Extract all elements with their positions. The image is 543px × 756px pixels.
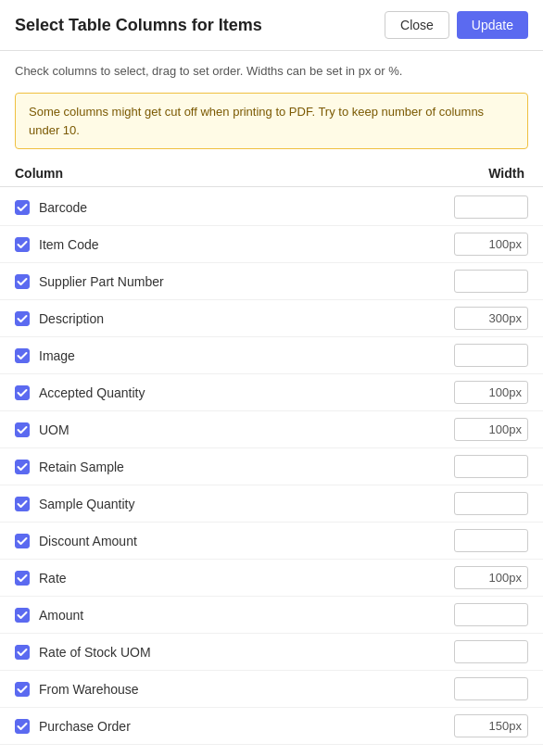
column-left-supplier-part-number: Supplier Part Number — [15, 274, 164, 289]
checkbox-retain-sample[interactable] — [15, 460, 30, 474]
width-input-retain-sample[interactable] — [454, 455, 528, 478]
header-actions: Close Update — [385, 11, 528, 39]
checkbox-from-warehouse[interactable] — [15, 682, 30, 697]
close-button[interactable]: Close — [385, 11, 449, 39]
width-header-label: Width — [488, 166, 528, 181]
width-input-from-warehouse[interactable] — [454, 677, 528, 700]
column-left-from-warehouse: From Warehouse — [15, 682, 139, 697]
checkbox-supplier-part-number[interactable] — [15, 274, 30, 289]
column-left-sample-quantity: Sample Quantity — [15, 497, 135, 511]
table-row: Description — [0, 300, 543, 337]
checkbox-barcode[interactable] — [15, 200, 30, 215]
width-input-amount[interactable] — [454, 603, 528, 626]
column-header-label: Column — [15, 166, 63, 181]
checkbox-rate-of-stock-uom[interactable] — [15, 645, 30, 660]
columns-header: Column Width — [0, 160, 543, 187]
dialog-title: Select Table Columns for Items — [15, 16, 262, 35]
width-input-discount-amount[interactable] — [454, 529, 528, 552]
table-row: Supplier Part Number — [0, 263, 543, 300]
column-name-sample-quantity: Sample Quantity — [39, 497, 135, 511]
column-name-discount-amount: Discount Amount — [39, 534, 137, 548]
width-input-item-code[interactable] — [454, 233, 528, 256]
column-left-amount: Amount — [15, 608, 83, 623]
column-name-amount: Amount — [39, 608, 83, 623]
dialog-header: Select Table Columns for Items Close Upd… — [0, 0, 543, 51]
width-input-uom[interactable] — [454, 418, 528, 441]
table-row: Accepted Quantity — [0, 374, 543, 411]
checkbox-discount-amount[interactable] — [15, 534, 30, 548]
column-name-supplier-part-number: Supplier Part Number — [39, 274, 164, 289]
checkbox-accepted-quantity[interactable] — [15, 385, 30, 400]
width-input-supplier-part-number[interactable] — [454, 270, 528, 293]
column-name-purchase-order: Purchase Order — [39, 719, 131, 734]
column-left-uom: UOM — [15, 422, 69, 437]
column-name-retain-sample: Retain Sample — [39, 460, 124, 474]
checkbox-amount[interactable] — [15, 608, 30, 623]
warning-box: Some columns might get cut off when prin… — [15, 93, 528, 149]
column-left-rate: Rate — [15, 571, 67, 586]
hint-text: Check columns to select, drag to set ord… — [0, 51, 543, 85]
table-row: Purchase Order — [0, 708, 543, 745]
table-row: Amount — [0, 597, 543, 634]
table-row: Rate — [0, 560, 543, 597]
checkbox-purchase-order[interactable] — [15, 719, 30, 734]
column-name-barcode: Barcode — [39, 200, 87, 215]
width-input-sample-quantity[interactable] — [454, 492, 528, 515]
width-input-rate-of-stock-uom[interactable] — [454, 640, 528, 663]
width-input-purchase-order[interactable] — [454, 714, 528, 737]
column-name-rate: Rate — [39, 571, 67, 586]
checkbox-uom[interactable] — [15, 422, 30, 437]
column-name-image: Image — [39, 348, 75, 363]
column-name-accepted-quantity: Accepted Quantity — [39, 385, 145, 400]
column-left-discount-amount: Discount Amount — [15, 534, 137, 548]
table-row: UOM — [0, 411, 543, 448]
column-rows-container: Barcode Item Code Supplier Part Number D… — [0, 189, 543, 745]
table-row: Discount Amount — [0, 523, 543, 560]
table-row: From Warehouse — [0, 671, 543, 708]
width-input-image[interactable] — [454, 344, 528, 367]
checkbox-description[interactable] — [15, 311, 30, 326]
checkbox-item-code[interactable] — [15, 237, 30, 252]
column-name-item-code: Item Code — [39, 237, 99, 252]
table-row: Item Code — [0, 226, 543, 263]
column-left-barcode: Barcode — [15, 200, 87, 215]
column-left-retain-sample: Retain Sample — [15, 460, 124, 474]
column-name-rate-of-stock-uom: Rate of Stock UOM — [39, 645, 151, 660]
checkbox-rate[interactable] — [15, 571, 30, 586]
column-name-uom: UOM — [39, 422, 69, 437]
table-row: Retain Sample — [0, 448, 543, 485]
column-name-description: Description — [39, 311, 104, 326]
column-left-image: Image — [15, 348, 75, 363]
width-input-rate[interactable] — [454, 566, 528, 589]
width-input-accepted-quantity[interactable] — [454, 381, 528, 404]
column-left-accepted-quantity: Accepted Quantity — [15, 385, 145, 400]
width-input-description[interactable] — [454, 307, 528, 330]
checkbox-sample-quantity[interactable] — [15, 497, 30, 511]
width-input-barcode[interactable] — [454, 195, 528, 219]
table-row: Image — [0, 337, 543, 374]
table-row: Rate of Stock UOM — [0, 634, 543, 671]
column-name-from-warehouse: From Warehouse — [39, 682, 139, 697]
column-left-purchase-order: Purchase Order — [15, 719, 131, 734]
table-row: Sample Quantity — [0, 485, 543, 523]
column-left-rate-of-stock-uom: Rate of Stock UOM — [15, 645, 151, 660]
column-left-description: Description — [15, 311, 104, 326]
checkbox-image[interactable] — [15, 348, 30, 363]
update-button[interactable]: Update — [457, 11, 528, 39]
table-row: Barcode — [0, 189, 543, 226]
column-left-item-code: Item Code — [15, 237, 99, 252]
